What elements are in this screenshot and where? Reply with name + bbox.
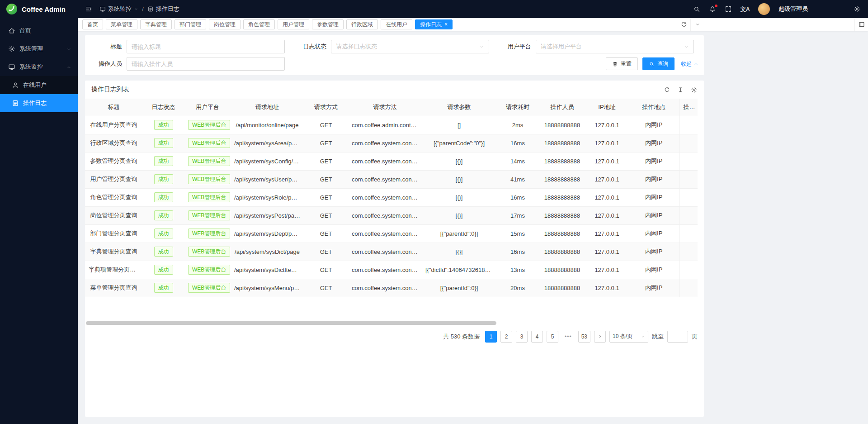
platform-select[interactable]: 请选择用户平台 [536,40,694,53]
cell-ip: 127.0.0.1 [585,261,628,279]
cell-location: 内网IP [628,243,679,261]
tab-item[interactable]: 菜单管理 [106,19,137,29]
horizontal-scrollbar[interactable] [85,321,698,325]
reset-button[interactable]: 重置 [606,57,638,70]
platform-badge: WEB管理后台 [188,229,230,238]
cell-ip: 127.0.0.1 [585,170,628,188]
tab-item[interactable]: 用户管理 [278,19,309,29]
platform-badge: WEB管理后台 [188,283,230,293]
column-header: 操作 [679,99,698,116]
tab-label: 角色管理 [248,21,270,29]
table-row[interactable]: 用户管理分页查询成功WEB管理后台/api/system/sysUser/pag… [85,170,698,188]
cell-duration: 16ms [496,188,539,206]
column-settings-icon[interactable] [691,86,698,93]
breadcrumb-item-monitor[interactable]: 系统监控 [99,5,138,13]
table-row[interactable]: 角色管理分页查询成功WEB管理后台/api/system/sysRole/pag… [85,188,698,206]
tab-item[interactable]: 操作日志× [415,19,453,29]
translate-icon[interactable]: 文A [741,6,750,12]
table-row[interactable]: 部门管理分页查询成功WEB管理后台/api/system/sysDept/pag… [85,224,698,243]
tab-item[interactable]: 在线用户 [381,19,412,29]
cell-status: 成功 [142,152,184,170]
search-icon[interactable] [693,5,700,13]
page-button[interactable]: 2 [500,331,512,343]
tab-menu-button[interactable] [690,18,704,31]
reset-button-label: 重置 [621,60,632,68]
next-page-button[interactable] [594,331,606,343]
monitor-icon [8,63,15,71]
breadcrumb: 系统监控 / 操作日志 [99,5,179,13]
sidebar-item-operation-log[interactable]: 操作日志 [0,94,78,112]
tab-label: 字典管理 [145,21,167,29]
density-icon[interactable] [677,86,684,93]
breadcrumb-item-log[interactable]: 操作日志 [147,5,179,13]
cell-params: [{"parentId":0}] [422,279,496,297]
scrollbar-thumb[interactable] [86,321,496,325]
page-button[interactable]: 1 [485,331,497,343]
status-badge: 成功 [154,120,173,130]
sidebar-item-system-management[interactable]: 系统管理 [0,40,78,58]
tab-item[interactable]: 首页 [82,19,103,29]
title-label: 标题 [85,43,127,51]
cell-title: 字典管理分页查询 [85,243,142,261]
title-input[interactable] [127,40,285,53]
title-input-field[interactable] [132,43,280,50]
sidebar-collapse-icon[interactable] [85,5,92,13]
tab-label: 操作日志 [420,21,442,29]
tabbar: 首页菜单管理字典管理部门管理岗位管理角色管理用户管理参数管理行政区域在线用户操作… [78,18,868,31]
page-button[interactable]: 5 [547,331,558,343]
sidebar-item-system-monitor[interactable]: 系统监控 [0,58,78,76]
close-icon[interactable]: × [444,22,448,27]
table-row[interactable]: 字典项管理分页查询成功WEB管理后台/api/system/sysDictIte… [85,261,698,279]
page-button[interactable]: 53 [578,331,590,343]
sidebar-item-online-users[interactable]: 在线用户 [0,76,78,94]
settings-gear-icon[interactable] [854,5,861,13]
status-select[interactable]: 请选择日志状态 [331,40,489,53]
chevron-up-icon [693,62,698,67]
jump-suffix-label: 页 [692,333,698,341]
notifications-button[interactable] [709,5,716,13]
tab-item[interactable]: 参数管理 [312,19,344,29]
cell-duration: 41ms [496,170,539,188]
table-row[interactable]: 在线用户分页查询成功WEB管理后台/api/monitor/online/pag… [85,116,698,134]
tab-item[interactable]: 字典管理 [140,19,172,29]
column-header: 请求参数 [422,99,496,116]
table-row[interactable]: 字典管理分页查询成功WEB管理后台/api/system/sysDict/pag… [85,243,698,261]
fullscreen-icon[interactable] [725,5,732,13]
table-row[interactable]: 行政区域分页查询成功WEB管理后台/api/system/sysArea/pag… [85,134,698,152]
tab-item[interactable]: 部门管理 [175,19,206,29]
tab-label: 菜单管理 [111,21,132,29]
cell-url: /api/system/sysUser/page [231,170,304,188]
table-row[interactable]: 岗位管理分页查询成功WEB管理后台/api/system/sysPost/pag… [85,206,698,224]
operator-input-field[interactable] [132,61,280,67]
avatar[interactable] [758,3,770,15]
refresh-tabs-button[interactable] [677,18,690,31]
username[interactable]: 超级管理员 [778,5,808,13]
cell-platform: WEB管理后台 [184,134,231,152]
layout-toggle-button[interactable] [854,18,868,31]
cell-status: 成功 [142,261,184,279]
tab-item[interactable]: 角色管理 [243,19,275,29]
jump-page-input[interactable] [667,331,688,343]
tab-item[interactable]: 岗位管理 [209,19,241,29]
breadcrumb-label: 操作日志 [156,5,179,13]
cell-params: [{}] [422,188,496,206]
cell-duration: 2ms [496,116,539,134]
cell-status: 成功 [142,279,184,297]
collapse-filters-link[interactable]: 收起 [681,60,698,68]
page-size-select[interactable]: 10 条/页 [609,331,648,343]
pagination: 共 530 条数据 12345•••53 10 条/页 跳至 页 [85,325,704,343]
search-button[interactable]: 查询 [642,57,675,70]
trash-icon [612,61,618,67]
table-row[interactable]: 参数管理分页查询成功WEB管理后台/api/system/sysConfig/p… [85,152,698,170]
cell-duration: 15ms [496,224,539,243]
topbar: 系统监控 / 操作日志 文A 超级管理员 [78,0,868,18]
sidebar-item-home[interactable]: 首页 [0,22,78,40]
page-button[interactable]: 4 [531,331,543,343]
tab-item[interactable]: 行政区域 [346,19,378,29]
cell-duration: 16ms [496,134,539,152]
cell-title: 角色管理分页查询 [85,188,142,206]
operator-input[interactable] [127,57,285,71]
refresh-icon[interactable] [664,86,670,93]
page-button[interactable]: 3 [516,331,528,343]
table-row[interactable]: 菜单管理分页查询成功WEB管理后台/api/system/sysMenu/pag… [85,279,698,297]
